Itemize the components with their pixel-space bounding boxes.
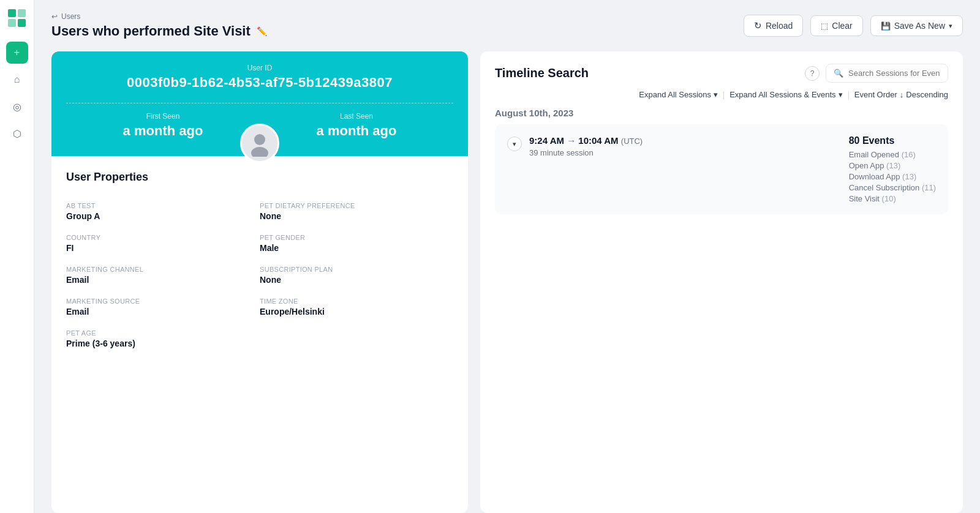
properties-grid: AB Test Group A Pet Dietary Preference N… [66, 196, 453, 355]
save-as-new-button[interactable]: 💾 Save As New ▾ [870, 15, 963, 36]
sidebar-item-discover[interactable]: ◎ [6, 95, 28, 118]
property-item: Subscription Plan None [260, 260, 453, 291]
property-item: AB Test Group A [66, 196, 260, 228]
compass-icon: ◎ [13, 101, 21, 113]
save-icon: 💾 [881, 21, 891, 31]
session-duration: 39 minute session [529, 148, 643, 157]
event-order-button[interactable]: Event Order ↓ Descending [854, 90, 948, 99]
event-count: (13) [886, 161, 900, 170]
property-label: Pet Age [66, 329, 453, 337]
property-value: FI [66, 243, 260, 253]
property-value: Email [66, 307, 260, 316]
database-icon: ⬡ [13, 128, 21, 140]
clear-button[interactable]: ⬚ Clear [810, 15, 862, 36]
property-label: Subscription Plan [260, 266, 453, 273]
sidebar-item-add[interactable]: + [6, 42, 28, 64]
property-value: Group A [66, 211, 260, 221]
expand-all-sessions-button[interactable]: Expand All Sessions ▾ [639, 90, 718, 99]
event-count: (16) [902, 150, 916, 159]
reload-button[interactable]: ↻ Reload [744, 15, 803, 37]
page-header: ↩ Users Users who performed Site Visit ✏… [51, 12, 963, 39]
user-card: User ID 0003f0b9-1b62-4b53-af75-5b12439a… [51, 51, 468, 156]
reload-label: Reload [766, 21, 793, 31]
property-label: Pet Gender [260, 234, 453, 241]
sidebar-item-home[interactable]: ⌂ [6, 69, 28, 91]
events-count: 80 Events [849, 135, 936, 146]
first-seen-col: First Seen a month ago [66, 103, 260, 144]
last-seen-label: Last Seen [266, 112, 447, 121]
last-seen-value: a month ago [266, 123, 447, 139]
help-icon[interactable]: ? [805, 66, 820, 81]
timeline-title: Timeline Search [495, 66, 589, 80]
expand-all-sessions-events-label: Expand All Sessions & Events [729, 90, 835, 99]
sort-down-icon: ↓ [900, 90, 904, 99]
property-value: Male [260, 243, 453, 253]
first-seen-label: First Seen [72, 112, 254, 121]
session-timezone: (UTC) [621, 137, 643, 146]
header-left: ↩ Users Users who performed Site Visit ✏… [51, 12, 267, 39]
svg-rect-0 [8, 9, 16, 17]
session-card: ▾ 9:24 AM → 10:04 AM (UTC) 39 minute ses… [495, 124, 948, 214]
descending-label: Descending [906, 90, 948, 99]
property-item: Pet Gender Male [260, 228, 453, 260]
clear-icon: ⬚ [821, 21, 828, 31]
event-order-label: Event Order [854, 90, 897, 99]
divider: | [723, 91, 725, 99]
property-item: Marketing Channel Email [66, 260, 260, 291]
property-value: Prime (3-6 years) [66, 339, 453, 348]
breadcrumb: ↩ Users [51, 12, 267, 21]
home-icon: ⌂ [14, 74, 20, 85]
app-logo [6, 7, 28, 29]
clear-label: Clear [832, 21, 852, 31]
search-box: 🔍 [826, 64, 948, 83]
chevron-down-icon: ▾ [949, 22, 952, 30]
session-time-start: 9:24 AM [529, 135, 564, 146]
event-item: Download App (13) [849, 172, 936, 181]
property-label: Time Zone [260, 298, 453, 305]
svg-point-4 [254, 134, 265, 145]
event-count: (13) [902, 172, 916, 181]
property-value: None [260, 211, 453, 221]
property-label: AB Test [66, 202, 260, 209]
event-count: (11) [922, 183, 936, 192]
chevron-down-icon-sessions-events: ▾ [839, 90, 843, 99]
session-search-input[interactable] [848, 69, 940, 78]
header-actions: ↻ Reload ⬚ Clear 💾 Save As New ▾ [744, 15, 963, 37]
property-item: Pet Dietary Preference None [260, 196, 453, 228]
sidebar: + ⌂ ◎ ⬡ [0, 0, 34, 513]
main-content: ↩ Users Users who performed Site Visit ✏… [34, 0, 980, 513]
session-toggle[interactable]: ▾ [507, 137, 522, 151]
page-title-text: Users who performed Site Visit [51, 23, 251, 39]
session-header: ▾ 9:24 AM → 10:04 AM (UTC) 39 minute ses… [507, 135, 936, 203]
sidebar-item-data[interactable]: ⬡ [6, 122, 28, 144]
property-item: Country FI [66, 228, 260, 260]
property-item: Marketing Source Email [66, 291, 260, 323]
timeline-search-area: ? 🔍 [805, 64, 948, 83]
breadcrumb-label[interactable]: Users [61, 12, 80, 21]
svg-point-5 [251, 147, 268, 157]
date-label: August 10th, 2023 [495, 108, 948, 118]
edit-icon[interactable]: ✏️ [257, 26, 267, 36]
left-panel: User ID 0003f0b9-1b62-4b53-af75-5b12439a… [51, 51, 468, 513]
reload-icon: ↻ [754, 20, 762, 31]
property-label: Pet Dietary Preference [260, 202, 453, 209]
event-item: Email Opened (16) [849, 150, 936, 159]
event-list: Email Opened (16)Open App (13)Download A… [849, 150, 936, 203]
user-properties-title: User Properties [66, 171, 453, 184]
event-item: Open App (13) [849, 161, 936, 170]
property-label: Country [66, 234, 260, 241]
search-icon: 🔍 [834, 69, 843, 78]
svg-rect-1 [18, 9, 26, 17]
last-seen-col: Last Seen a month ago [260, 103, 453, 144]
save-as-new-label: Save As New [894, 21, 945, 31]
property-value: Europe/Helsinki [260, 307, 453, 316]
content-area: User ID 0003f0b9-1b62-4b53-af75-5b12439a… [51, 51, 963, 513]
session-time-info: 9:24 AM → 10:04 AM (UTC) 39 minute sessi… [529, 135, 643, 157]
expand-all-sessions-events-button[interactable]: Expand All Sessions & Events ▾ [729, 90, 842, 99]
timeline-header: Timeline Search ? 🔍 [495, 64, 948, 83]
user-properties: User Properties AB Test Group A Pet Diet… [51, 156, 468, 370]
property-value: None [260, 275, 453, 285]
property-item: Pet Age Prime (3-6 years) [66, 323, 453, 355]
session-events: 80 Events Email Opened (16)Open App (13)… [849, 135, 936, 203]
property-item: Time Zone Europe/Helsinki [260, 291, 453, 323]
